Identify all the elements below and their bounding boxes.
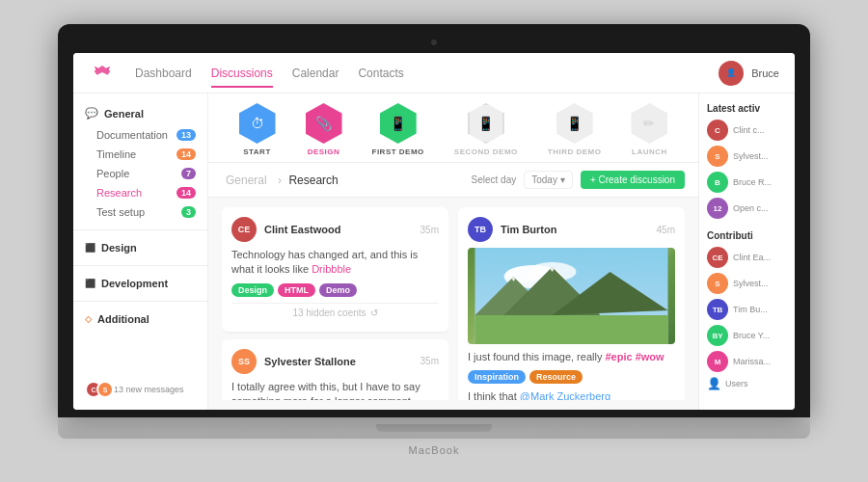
nav-dashboard[interactable]: Dashboard (135, 63, 192, 84)
tim-image (468, 248, 675, 344)
laptop-frame: Dashboard Discussions Calendar Contacts … (58, 24, 810, 458)
latest-activity-title: Latest activ (707, 103, 787, 114)
tag-html[interactable]: HTML (278, 283, 315, 297)
contrib-clint: CE Clint Ea... (707, 247, 787, 268)
sidebar-item-documentation[interactable]: Documentation 13 (73, 125, 207, 145)
contrib-avatar-sylvest: S (707, 273, 728, 294)
step-second-demo-hex: 📱 (468, 103, 504, 144)
nav-calendar[interactable]: Calendar (292, 63, 339, 84)
sidebar-divider-3 (73, 301, 207, 302)
activity-sylvest: S Sylvest... (707, 146, 787, 167)
tim-text2: I think that @Mark Zuckerberg (468, 389, 675, 400)
contrib-text-bruce: Bruce Y... (733, 331, 770, 340)
contrib-bruce: BY Bruce Y... (707, 325, 787, 346)
activity-text-clint: Clint c... (733, 125, 765, 135)
clint-tags: Design HTML Demo (231, 283, 439, 297)
contrib-avatar-tim: TB (707, 299, 728, 320)
refresh-icon: ↺ (370, 308, 378, 318)
users-label: Users (725, 379, 748, 388)
user-avatar[interactable]: 👤 (719, 61, 744, 86)
sylvester-name: Sylvester Stallone (264, 356, 413, 367)
activity-avatar-open: 12 (707, 198, 728, 219)
step-launch-label: LAUNCH (632, 147, 667, 156)
new-messages: 13 new messages (114, 385, 184, 394)
clint-avatar: CE (231, 217, 257, 242)
contrib-avatar-clint: CE (707, 247, 728, 268)
step-first-demo[interactable]: 📱 FIRST DEMO (372, 103, 424, 156)
chat-icon: 💬 (85, 107, 98, 120)
people-badge: 7 (181, 168, 196, 179)
activity-avatar-sylvest: S (707, 146, 728, 167)
breadcrumb-child: Research (288, 174, 338, 187)
post-clint: CE Clint Eastwood 35m Technology has cha… (222, 207, 448, 332)
discussion-columns: CE Clint Eastwood 35m Technology has cha… (208, 198, 698, 410)
hidden-comments[interactable]: 13 hidden coents ↺ (231, 303, 439, 322)
tag-design[interactable]: Design (231, 283, 274, 297)
step-first-demo-icon: 📱 (390, 116, 406, 131)
step-design[interactable]: 📎 DESIGN (306, 103, 342, 156)
avatar-stack: C S (85, 381, 108, 398)
tag-resource[interactable]: Resource (529, 370, 583, 384)
content-area: ⏱ START 📎 DESIGN (208, 94, 698, 410)
step-design-hex: 📎 (306, 103, 342, 144)
discussion-controls: Select day Today ▾ + Create discussion (472, 171, 686, 189)
contrib-marissa: M Marissa... (707, 351, 787, 372)
create-discussion-button[interactable]: + Create discussion (581, 171, 685, 189)
sidebar-item-testsetup[interactable]: Test setup 3 (73, 202, 207, 222)
step-start[interactable]: ⏱ START (239, 103, 276, 156)
sidebar-footer: C S 13 new messages (73, 377, 208, 402)
progress-steps: ⏱ START 📎 DESIGN (208, 94, 698, 163)
activity-text-sylvest: Sylvest... (733, 151, 769, 161)
sidebar-item-people[interactable]: People 7 (73, 164, 207, 183)
contrib-text-marissa: Marissa... (733, 357, 771, 366)
discussion-header: General › Research Select day Today ▾ (208, 163, 698, 198)
select-day-label: Select day (472, 174, 517, 185)
step-start-label: START (243, 147, 271, 156)
sidebar-section-general: 💬 General (73, 103, 207, 123)
tag-demo[interactable]: Demo (319, 283, 357, 297)
sylvester-text: I totally agree with this, but I have to… (231, 380, 439, 400)
screen: Dashboard Discussions Calendar Contacts … (73, 53, 795, 410)
clint-time: 35m (420, 225, 439, 235)
laptop-brand-label: MacBook (409, 444, 460, 456)
dribbble-link[interactable]: Dribbble (312, 263, 351, 275)
sylvester-time: 35m (420, 356, 439, 366)
tim-time: 45m (657, 225, 675, 235)
additional-icon: ◇ (85, 314, 92, 324)
step-third-demo-icon: 📱 (566, 116, 583, 131)
hashtag-epic: #epic (605, 351, 632, 362)
post-tim-header: TB Tim Burton 45m (468, 217, 675, 242)
sidebar-section-development: ⬛ Development (73, 274, 207, 293)
nav-discussions[interactable]: Discussions (211, 63, 273, 84)
contrib-sylvest: S Sylvest... (707, 273, 787, 294)
sidebar: 💬 General Documentation 13 Timeline 14 P… (73, 94, 208, 410)
step-second-demo[interactable]: 📱 SECOND DEMO (454, 103, 518, 156)
chevron-down-icon: ▾ (560, 174, 565, 185)
users-row[interactable]: 👤 Users (707, 377, 787, 390)
step-first-demo-hex: 📱 (380, 103, 417, 144)
sidebar-item-timeline[interactable]: Timeline 14 (73, 145, 207, 164)
contrib-title: Contributi (707, 230, 787, 241)
logo (89, 63, 116, 84)
select-day-dropdown[interactable]: Today ▾ (524, 171, 573, 189)
timeline-badge: 14 (176, 148, 196, 160)
contrib-avatar-bruce: BY (707, 325, 728, 346)
nav-contacts[interactable]: Contacts (358, 63, 403, 84)
discussion-area: General › Research Select day Today ▾ (208, 163, 698, 410)
tim-tags: Inspiration Resource (468, 370, 675, 384)
step-third-demo[interactable]: 📱 THIRD DEMO (548, 103, 602, 156)
contrib-text-clint: Clint Ea... (733, 253, 771, 262)
tag-inspiration[interactable]: Inspiration (468, 370, 526, 384)
discussion-right-col: TB Tim Burton 45m (458, 207, 685, 400)
testsetup-badge: 3 (181, 206, 196, 218)
breadcrumb-separator: › (278, 174, 282, 187)
sidebar-item-research[interactable]: Research 14 (73, 183, 207, 202)
user-name: Bruce (751, 67, 779, 79)
activity-clint: C Clint c... (707, 120, 787, 141)
contrib-text-tim: Tim Bu... (733, 305, 768, 314)
contrib-tim: TB Tim Bu... (707, 299, 787, 320)
step-second-demo-label: SECOND DEMO (454, 147, 518, 156)
step-launch[interactable]: ✏ LAUNCH (631, 103, 667, 156)
contrib-section: Contributi CE Clint Ea... S Sylvest... T… (707, 230, 787, 390)
mention-mark: @Mark Zuckerberg (520, 390, 610, 400)
